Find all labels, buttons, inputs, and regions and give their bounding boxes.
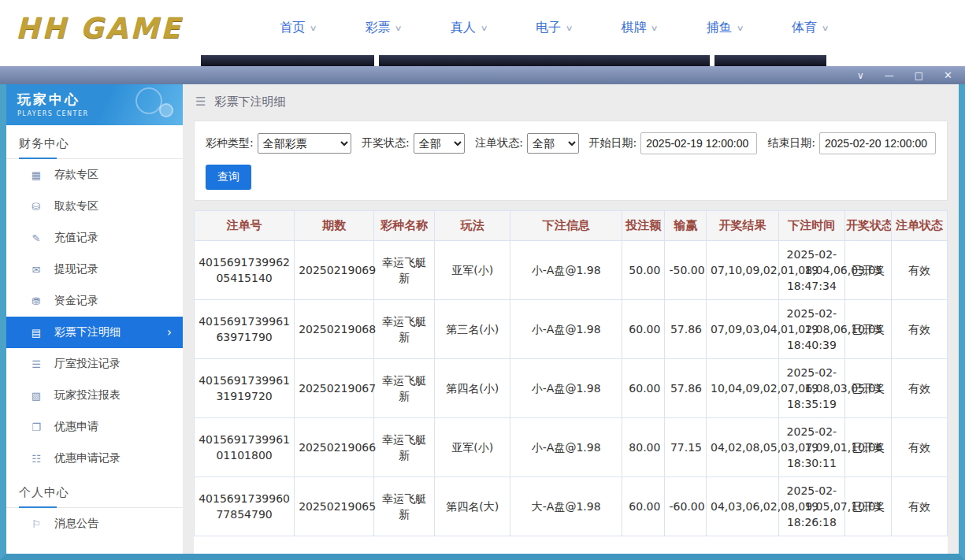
nav-item-chess[interactable]: 棋牌∨ <box>621 20 657 36</box>
sidebar-item[interactable]: ⚐消息公告 <box>6 508 183 540</box>
nav-item-lottery[interactable]: 彩票∨ <box>365 20 401 36</box>
draw-status-label: 开奖状态: <box>362 136 410 150</box>
decorative-circle-icon <box>135 87 162 114</box>
cell-bet-info: 小-A盘@1.98 <box>510 241 622 300</box>
cell-play-type: 亚军(小) <box>434 241 510 300</box>
column-header-order-id: 注单号 <box>195 211 295 241</box>
menu-icon: ☰ <box>195 95 206 109</box>
lottery-type-select[interactable]: 全部彩票 <box>258 133 351 154</box>
nav-item-electronic[interactable]: 电子∨ <box>536 20 572 36</box>
nav-item-sports[interactable]: 体育∨ <box>792 20 828 36</box>
cell-order-status: 有效 <box>892 300 948 359</box>
cell-lottery-name: 幸运飞艇新 <box>374 241 434 300</box>
cell-order-status: 有效 <box>892 359 948 418</box>
nav-item-label: 电子 <box>536 20 561 36</box>
table-row: 40156917399620541514020250219069幸运飞艇新亚军(… <box>195 241 948 300</box>
chevron-down-icon: ∨ <box>822 24 830 32</box>
nav-item-label: 捕鱼 <box>707 20 732 36</box>
window-collapse-icon[interactable]: ∨ <box>857 71 864 80</box>
background-page-strip <box>0 55 965 66</box>
site-logo: HH GAME <box>16 12 183 44</box>
cell-win-loss: -50.00 <box>665 241 707 300</box>
chevron-down-icon: ∨ <box>395 24 403 32</box>
sidebar-item[interactable]: ❐优惠申请 <box>6 411 183 443</box>
chevron-down-icon: ∨ <box>480 24 488 32</box>
cell-win-loss: -60.00 <box>665 477 707 536</box>
page-title: 彩票下注明细 <box>214 95 285 109</box>
order-status-select[interactable]: 全部 <box>527 133 579 154</box>
nav-item-home[interactable]: 首页∨ <box>280 20 316 36</box>
cell-draw-result: 04,03,06,02,08,09,05,07,10,01 <box>707 477 779 536</box>
table-row: 40156917399616397179020250219068幸运飞艇新第三名… <box>195 300 948 359</box>
cell-play-type: 第四名(小) <box>434 359 510 418</box>
chevron-down-icon: ∨ <box>566 24 573 32</box>
sidebar-item[interactable]: ▧玩家投注报表 <box>6 380 183 411</box>
sidebar-item[interactable]: ⛁取款专区 <box>6 191 183 222</box>
nav-item-fishing[interactable]: 捕鱼∨ <box>707 20 743 36</box>
sidebar-item[interactable]: ▦存款专区 <box>6 159 183 191</box>
start-date-input[interactable] <box>640 132 757 154</box>
sidebar-item-label: 消息公告 <box>54 517 98 531</box>
sidebar: 玩家中心 PLAYERS CENTER 财务中心▦存款专区⛁取款专区✎充值记录✉… <box>6 84 183 554</box>
window-maximize-icon[interactable]: □ <box>915 71 923 80</box>
start-date-label: 开始日期: <box>589 136 637 150</box>
sidebar-item[interactable]: ✉提现记录 <box>6 254 183 285</box>
sidebar-item[interactable]: ▤彩票下注明细› <box>6 317 183 348</box>
cell-play-type: 亚军(小) <box>434 418 510 477</box>
nav-item-label: 体育 <box>792 20 817 36</box>
window-close-icon[interactable]: ✕ <box>944 70 952 80</box>
sidebar-item-label: 取款专区 <box>54 199 98 213</box>
cell-order-id: 401569173996163971790 <box>195 300 295 359</box>
column-header-draw-status: 开奖状态 <box>844 211 891 241</box>
cell-win-loss: 57.86 <box>665 300 707 359</box>
nav-item-label: 彩票 <box>365 20 390 36</box>
cell-bet-amount: 50.00 <box>622 241 664 300</box>
sidebar-item[interactable]: ✎充值记录 <box>6 222 183 254</box>
sidebar-item-label: 玩家投注报表 <box>54 388 121 402</box>
cell-bet-info: 大-A盘@1.98 <box>510 477 622 536</box>
chevron-down-icon: ∨ <box>651 24 659 32</box>
column-header-bet-info: 下注信息 <box>510 211 622 241</box>
sidebar-section-title: 财务中心 <box>6 125 183 159</box>
cell-win-loss: 77.15 <box>665 418 707 477</box>
draw-status-select[interactable]: 全部 <box>414 133 466 154</box>
background-banner <box>201 55 374 66</box>
cell-bet-amount: 60.00 <box>622 477 664 536</box>
table-header-row: 注单号期数彩种名称玩法下注信息投注额输赢开奖结果下注时间开奖状态注单状态 <box>195 211 948 241</box>
cell-period: 20250219068 <box>295 300 374 359</box>
bets-table: 注单号期数彩种名称玩法下注信息投注额输赢开奖结果下注时间开奖状态注单状态 401… <box>194 210 948 536</box>
column-header-bet-time: 下注时间 <box>778 211 844 241</box>
filter-row: 彩种类型: 全部彩票 开奖状态: 全部 注单状态: 全部 开始日期: 结束日期: <box>206 132 936 154</box>
filter-panel: 彩种类型: 全部彩票 开奖状态: 全部 注单状态: 全部 开始日期: 结束日期:… <box>194 121 948 201</box>
sidebar-sections: 财务中心▦存款专区⛁取款专区✎充值记录✉提现记录⛃资金记录▤彩票下注明细›☰厅室… <box>6 125 183 540</box>
query-button[interactable]: 查询 <box>206 165 251 190</box>
order-status-label: 注单状态: <box>475 136 523 150</box>
window-titlebar[interactable]: ∨ — □ ✕ <box>0 66 965 84</box>
nav-item-live[interactable]: 真人∨ <box>451 20 487 36</box>
cell-lottery-name: 幸运飞艇新 <box>374 418 434 477</box>
app-window: ∨ — □ ✕ 玩家中心 PLAYERS CENTER 财务中心▦存款专区⛁取款… <box>0 66 965 560</box>
end-date-input[interactable] <box>819 132 936 154</box>
sidebar-item[interactable]: ☷优惠申请记录 <box>6 443 183 474</box>
cell-draw-status: 已开奖 <box>844 359 891 418</box>
background-banner <box>379 55 710 66</box>
cell-lottery-name: 幸运飞艇新 <box>374 300 434 359</box>
cell-order-status: 有效 <box>892 418 948 477</box>
withdraw-icon: ⛁ <box>30 201 43 213</box>
cell-order-id: 401569173996131919720 <box>195 359 295 418</box>
chevron-down-icon: ∨ <box>310 24 317 32</box>
sidebar-item[interactable]: ☰厅室投注记录 <box>6 348 183 380</box>
sidebar-item-label: 资金记录 <box>54 294 98 308</box>
sidebar-item[interactable]: ⛃资金记录 <box>6 285 183 317</box>
cell-order-id: 401569173996101101800 <box>195 418 295 477</box>
deposit-icon: ▦ <box>30 169 43 181</box>
cell-order-id: 401569173996077854790 <box>195 477 295 536</box>
column-header-bet-amount: 投注额 <box>622 211 664 241</box>
cell-draw-result: 04,02,08,05,03,07,09,01,10,06 <box>707 418 779 477</box>
main-nav: 首页∨彩票∨真人∨电子∨棋牌∨捕鱼∨体育∨ <box>206 20 902 36</box>
column-header-draw-result: 开奖结果 <box>707 211 779 241</box>
cell-bet-info: 小-A盘@1.98 <box>510 300 622 359</box>
window-minimize-icon[interactable]: — <box>885 71 894 80</box>
announcement-icon: ⚐ <box>30 518 43 530</box>
hall-bet-record-icon: ☰ <box>30 358 43 370</box>
